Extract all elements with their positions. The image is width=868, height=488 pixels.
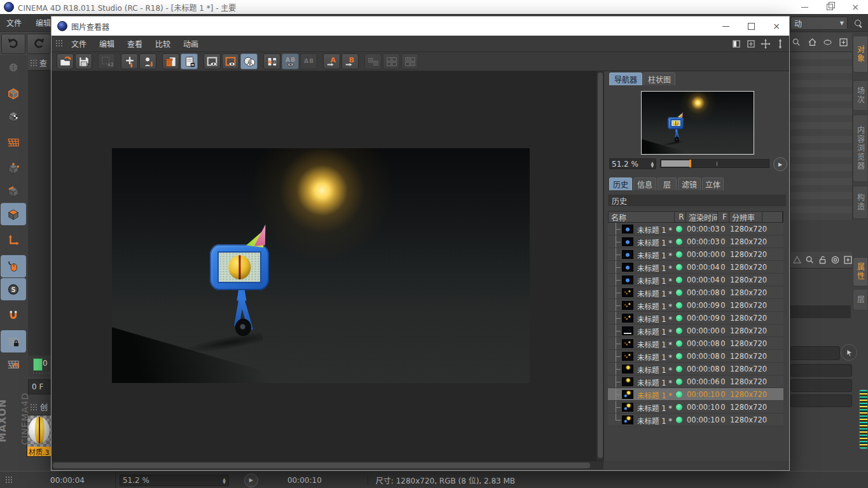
pv-menu-item[interactable]: 动画 bbox=[177, 38, 205, 49]
tab-panel-5[interactable]: 立体 bbox=[702, 178, 724, 190]
texture-globe-icon[interactable] bbox=[1, 56, 26, 78]
layout-combo[interactable]: 动 ▼ bbox=[790, 17, 848, 30]
copy-to-user-button[interactable] bbox=[139, 53, 156, 69]
history-column-header[interactable] bbox=[762, 212, 783, 222]
history-row[interactable]: 未标题 1 *00:00:1001280x720 bbox=[608, 414, 783, 426]
workplane-rotate-icon[interactable] bbox=[1, 353, 26, 375]
history-row[interactable]: 未标题 1 *00:00:0301280x720 bbox=[608, 223, 783, 235]
pv-minimize-button[interactable] bbox=[713, 17, 738, 36]
target-icon[interactable] bbox=[830, 254, 840, 267]
remove-all-button[interactable] bbox=[181, 53, 198, 69]
main-minimize-button[interactable] bbox=[792, 0, 817, 14]
compare-ab-split-button[interactable]: AB bbox=[263, 53, 280, 69]
stepper-icon[interactable]: ▲▼ bbox=[223, 477, 226, 484]
object-manager-list[interactable] bbox=[790, 52, 853, 220]
viewport-mouse-icon[interactable] bbox=[1, 255, 26, 277]
main-close-button[interactable]: × bbox=[843, 0, 868, 14]
pv-horizontal-scrollbar[interactable] bbox=[52, 461, 603, 470]
pv-status-zoom-field[interactable]: 51.2 % ▲▼ bbox=[120, 475, 229, 486]
history-row[interactable]: 未标题 1 *00:00:0801280x720 bbox=[608, 286, 783, 299]
history-column-header[interactable]: 名称 bbox=[609, 212, 675, 222]
dock-tab-3[interactable]: 内容浏览器 bbox=[853, 115, 867, 182]
navigator-play-button[interactable]: ▶ bbox=[773, 157, 787, 171]
pv-menu-item[interactable]: 查看 bbox=[121, 38, 149, 49]
scroll-view-icon[interactable] bbox=[774, 38, 787, 50]
toggle-mask-button[interactable] bbox=[240, 53, 258, 69]
command-search-button[interactable] bbox=[851, 17, 866, 30]
scrollbar-thumb[interactable] bbox=[53, 463, 590, 468]
dock-tab-1[interactable]: 对象 bbox=[853, 36, 867, 73]
attribute-field[interactable] bbox=[790, 394, 852, 407]
open-image-button[interactable] bbox=[57, 53, 74, 69]
tab-navigator-2[interactable]: 柱状图 bbox=[644, 73, 675, 85]
tab-panel-1[interactable]: 历史 bbox=[609, 178, 632, 190]
compare-layout-button[interactable] bbox=[383, 53, 400, 69]
split-view-icon[interactable] bbox=[730, 38, 743, 50]
dock-tab-2[interactable]: 场次 bbox=[853, 80, 867, 111]
viewport-menu-item[interactable]: 查 bbox=[39, 57, 47, 68]
snap-icon[interactable]: S bbox=[1, 278, 26, 300]
points-mode-icon[interactable] bbox=[1, 157, 26, 179]
texture-mode-icon[interactable] bbox=[1, 105, 26, 127]
history-row[interactable]: 未标题 1 *00:00:0001280x720 bbox=[608, 248, 783, 261]
frame-field[interactable]: 0 F bbox=[28, 379, 51, 394]
magnet-icon[interactable] bbox=[1, 304, 26, 326]
history-row[interactable]: 未标题 1 *00:00:1001280x720 bbox=[608, 401, 783, 414]
edges-mode-icon[interactable] bbox=[1, 180, 26, 202]
swap-ab-button[interactable]: AD bbox=[364, 53, 382, 69]
history-column-header[interactable]: F bbox=[718, 212, 729, 222]
rendered-image[interactable] bbox=[112, 148, 530, 383]
redo-button[interactable] bbox=[27, 34, 51, 54]
attribute-input[interactable] bbox=[790, 346, 840, 360]
attr-dock-tab-1[interactable]: 属性 bbox=[853, 257, 867, 286]
history-row[interactable]: 未标题 1 *00:00:0901280x720 bbox=[608, 312, 783, 324]
pv-close-button[interactable]: × bbox=[764, 17, 789, 36]
main-menu-item[interactable]: 文件 bbox=[6, 17, 22, 28]
attribute-field[interactable] bbox=[790, 364, 852, 377]
stepper-icon[interactable]: ▲▼ bbox=[651, 161, 654, 167]
pv-titlebar[interactable]: 图片查看器 × bbox=[52, 17, 789, 36]
copy-to-viewport-button[interactable] bbox=[121, 53, 138, 69]
delete-image-button[interactable] bbox=[162, 53, 179, 69]
search-icon[interactable] bbox=[805, 254, 815, 267]
undo-button[interactable] bbox=[1, 34, 25, 54]
workplane-lock-icon[interactable] bbox=[1, 330, 26, 352]
history-column-header[interactable]: 渲染时间 bbox=[686, 212, 718, 222]
set-image-a-button[interactable]: A bbox=[323, 53, 340, 69]
scrollbar-thumb[interactable] bbox=[598, 73, 603, 458]
slider-handle[interactable] bbox=[689, 160, 691, 167]
main-restore-button[interactable] bbox=[817, 0, 843, 14]
pv-vertical-scrollbar[interactable] bbox=[596, 71, 603, 461]
pv-canvas[interactable] bbox=[52, 71, 596, 461]
history-row[interactable]: 未标题 1 *00:00:1001280x720 bbox=[608, 388, 783, 401]
tab-panel-3[interactable]: 层 bbox=[658, 178, 677, 190]
pv-menu-item[interactable]: 文件 bbox=[65, 38, 93, 49]
pan-view-icon[interactable] bbox=[759, 38, 772, 50]
history-row[interactable]: 未标题 1 *00:00:0001280x720 bbox=[608, 324, 783, 337]
material-create-menu[interactable]: 创 bbox=[40, 401, 48, 412]
material-tile[interactable]: 材质.3 bbox=[27, 415, 52, 457]
add-view-icon[interactable] bbox=[745, 38, 757, 50]
attr-dock-tab-2[interactable]: 层 bbox=[853, 289, 867, 310]
history-row[interactable]: 未标题 1 *00:00:0801280x720 bbox=[608, 337, 783, 350]
navigator-zoom-slider[interactable] bbox=[660, 159, 769, 168]
pv-menu-item[interactable]: 编辑 bbox=[93, 38, 121, 49]
search-icon[interactable] bbox=[790, 36, 803, 49]
navigator-zoom-field[interactable]: 51.2 % ▲▼ bbox=[609, 158, 656, 169]
polygons-mode-icon[interactable] bbox=[1, 203, 26, 225]
pv-status-play-button[interactable]: ▶ bbox=[244, 473, 258, 487]
history-row[interactable]: 未标题 1 *00:00:0401280x720 bbox=[608, 274, 783, 286]
workplane-mode-icon[interactable] bbox=[1, 131, 26, 153]
history-column-header[interactable]: 分辨率 bbox=[729, 212, 762, 222]
history-row[interactable]: 未标题 1 *00:00:0301280x720 bbox=[608, 235, 783, 248]
pick-arrow-button[interactable] bbox=[841, 344, 857, 361]
axis-mode-icon[interactable] bbox=[1, 229, 26, 251]
tab-panel-4[interactable]: 滤镜 bbox=[678, 178, 701, 190]
tab-navigator-1[interactable]: 导航器 bbox=[609, 73, 642, 85]
compare-ab-toggle-button[interactable]: AB bbox=[282, 53, 299, 69]
cone-icon[interactable] bbox=[792, 254, 802, 267]
history-column-header[interactable]: R bbox=[675, 212, 686, 222]
model-mode-icon[interactable] bbox=[1, 82, 26, 104]
history-row[interactable]: 未标题 1 *00:00:0801280x720 bbox=[608, 350, 783, 363]
attribute-field[interactable] bbox=[790, 379, 852, 392]
